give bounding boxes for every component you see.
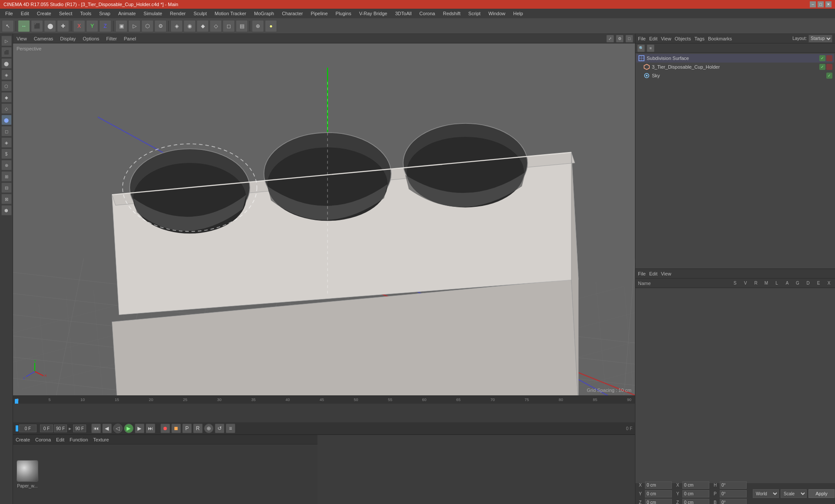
sidebar-tool-6[interactable]: ◆ <box>1 92 12 103</box>
objmgr-edit[interactable]: Edit <box>649 36 658 41</box>
pos-z-input[interactable] <box>645 499 672 504</box>
object-item-sky[interactable]: Sky ✓ <box>636 71 834 80</box>
mat-toolbar-corona[interactable]: Corona <box>35 437 51 442</box>
objmgr-search-icon[interactable]: 🔍 <box>637 44 645 52</box>
rot-h-input[interactable] <box>720 481 747 489</box>
maximize-button[interactable]: □ <box>818 1 824 7</box>
mode-button[interactable]: ≡ <box>226 424 235 433</box>
sidebar-tool-10[interactable]: ◈ <box>1 137 12 148</box>
obj-check-badge-sky[interactable]: ✓ <box>826 73 832 79</box>
loop-button[interactable]: ↺ <box>215 424 224 433</box>
size-z-input[interactable] <box>682 499 709 504</box>
objmgr-bookmarks[interactable]: Bookmarks <box>708 36 732 41</box>
menu-edit[interactable]: Edit <box>17 10 33 17</box>
matmgr-edit[interactable]: Edit <box>649 271 658 276</box>
tool-select[interactable]: ↖ <box>2 20 14 32</box>
vp-menu-cameras[interactable]: Cameras <box>32 36 55 41</box>
obj-red-badge-cup[interactable] <box>826 64 832 70</box>
vp-settings-icon[interactable]: ⚙ <box>616 35 624 43</box>
start-frame-input[interactable] <box>40 424 53 432</box>
tool-render-picture-viewer[interactable]: ⬡ <box>141 20 154 32</box>
menu-redshift[interactable]: Redshift <box>439 10 464 17</box>
vp-menu-display[interactable]: Display <box>58 36 77 41</box>
tool-universal[interactable]: ✚ <box>57 20 69 32</box>
rot-p-input[interactable] <box>720 490 747 497</box>
tool-viewport-solo[interactable]: ⊕ <box>252 20 264 32</box>
tool-render-region[interactable]: ▣ <box>115 20 127 32</box>
mat-toolbar-texture[interactable]: Texture <box>93 437 109 442</box>
objmgr-filter-icon[interactable]: ≡ <box>647 44 655 52</box>
sidebar-tool-9[interactable]: ◻ <box>1 126 12 136</box>
tool-y[interactable]: Y <box>86 20 98 32</box>
max-frame-input[interactable] <box>73 424 86 432</box>
sidebar-tool-2[interactable]: ⬛ <box>1 47 12 57</box>
next-frame-button[interactable]: ▶ <box>135 424 144 433</box>
tool-rotate[interactable]: ⬤ <box>44 20 56 32</box>
obj-check-badge-cup[interactable]: ✓ <box>819 64 825 70</box>
menu-motion-tracker[interactable]: Motion Tracker <box>211 10 250 17</box>
rot-b-input[interactable] <box>720 499 747 504</box>
record-scale-button[interactable]: ⊕ <box>204 424 214 433</box>
tool-light[interactable]: ● <box>265 20 277 32</box>
pos-y-input[interactable] <box>645 490 672 497</box>
tool-z[interactable]: Z <box>99 20 111 32</box>
sidebar-tool-3[interactable]: ⬤ <box>1 58 12 69</box>
play-forward-button[interactable]: ▶ <box>124 424 134 433</box>
tool-world-axis[interactable]: ◉ <box>184 20 196 32</box>
record-button[interactable]: ⏺ <box>160 424 170 433</box>
layout-select[interactable]: Startup <box>808 35 832 43</box>
menu-corona[interactable]: Corona <box>416 10 438 17</box>
apply-button[interactable]: Apply <box>808 489 835 498</box>
vp-menu-view[interactable]: View <box>15 36 29 41</box>
scale-mode-select[interactable]: Scale <box>781 489 807 498</box>
matmgr-file[interactable]: File <box>638 271 646 276</box>
close-button[interactable]: ✕ <box>825 1 832 7</box>
world-mode-select[interactable]: World <box>753 489 779 498</box>
tool-move[interactable]: ↔ <box>18 20 30 32</box>
obj-check-badge[interactable]: ✓ <box>819 55 825 61</box>
mat-toolbar-function[interactable]: Function <box>70 437 88 442</box>
menu-3dtall[interactable]: 3DToAll <box>391 10 415 17</box>
timeline-content[interactable] <box>13 404 635 422</box>
menu-tools[interactable]: Tools <box>77 10 95 17</box>
object-item-cup-holder[interactable]: 3_Tier_Disposable_Cup_Holder ✓ <box>636 63 834 71</box>
mat-toolbar-edit[interactable]: Edit <box>56 437 64 442</box>
end-frame-input[interactable] <box>54 424 67 432</box>
objmgr-objects[interactable]: Objects <box>675 36 691 41</box>
menu-create[interactable]: Create <box>33 10 55 17</box>
vp-fullscreen-icon[interactable]: □ <box>625 35 633 43</box>
menu-file[interactable]: File <box>2 10 17 17</box>
tool-object-axis[interactable]: ◈ <box>170 20 183 32</box>
sidebar-tool-1[interactable]: ▷ <box>1 36 12 46</box>
menu-snap[interactable]: Snap <box>96 10 114 17</box>
tool-grid[interactable]: ▤ <box>236 20 248 32</box>
objmgr-view[interactable]: View <box>661 36 671 41</box>
vp-menu-options[interactable]: Options <box>81 36 101 41</box>
matmgr-view[interactable]: View <box>661 271 671 276</box>
objmgr-file[interactable]: File <box>638 36 646 41</box>
menu-character[interactable]: Character <box>278 10 306 17</box>
sidebar-tool-15[interactable]: ⊠ <box>1 194 12 204</box>
play-back-button[interactable]: ◁ <box>113 424 123 433</box>
menu-sculpt[interactable]: Sculpt <box>190 10 210 17</box>
tool-render-viewport[interactable]: ▷ <box>128 20 140 32</box>
current-frame-input[interactable] <box>19 424 37 432</box>
tool-layer[interactable]: ◻ <box>223 20 235 32</box>
menu-vray[interactable]: V-Ray Bridge <box>356 10 391 17</box>
tool-scale[interactable]: ⬛ <box>31 20 43 32</box>
size-y-input[interactable] <box>682 490 709 497</box>
pos-x-input[interactable] <box>645 481 672 489</box>
prev-frame-button[interactable]: ◀ <box>102 424 112 433</box>
tool-object-snap[interactable]: ◆ <box>197 20 209 32</box>
size-x-input[interactable] <box>682 481 709 489</box>
goto-end-button[interactable]: ⏭ <box>146 424 155 433</box>
record-pos-button[interactable]: P <box>182 424 192 433</box>
minimize-button[interactable]: – <box>810 1 816 7</box>
menu-pipeline[interactable]: Pipeline <box>307 10 331 17</box>
menu-plugins[interactable]: Plugins <box>332 10 355 17</box>
menu-simulate[interactable]: Simulate <box>140 10 166 17</box>
vp-menu-panel[interactable]: Panel <box>122 36 138 41</box>
tool-edit-render-settings[interactable]: ⚙ <box>154 20 167 32</box>
material-item[interactable]: Paper_w... <box>17 460 38 488</box>
sidebar-tool-13[interactable]: ⊞ <box>1 171 12 182</box>
